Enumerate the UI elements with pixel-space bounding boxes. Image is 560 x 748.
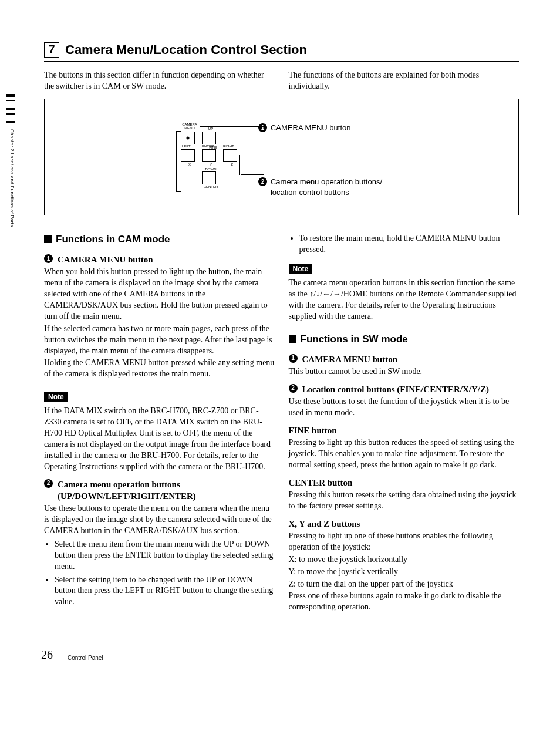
callout-1-icon: 1 xyxy=(258,123,267,132)
intro-right: The functions of the buttons are explain… xyxy=(289,70,519,92)
xyz-z: Z: to turn the dial on the upper part of… xyxy=(289,579,519,590)
page-title: 7 Camera Menu/Location Control Section xyxy=(44,41,519,59)
cam-item2-b3: To restore the main menu, hold the CAMER… xyxy=(299,233,519,255)
up-button-icon xyxy=(202,132,216,144)
cam-item1-p1: When you hold this button pressed to lig… xyxy=(44,267,275,322)
callout-2-icon: 2 xyxy=(258,177,267,186)
cam-item1-p3: Holding the CAMERA MENU button pressed w… xyxy=(44,358,275,380)
sw-item2-heading: 2 Location control buttons (FINE/CENTER/… xyxy=(289,383,519,395)
side-thumb-stripes xyxy=(6,94,15,123)
xyz-p2: Press one of these buttons again to make… xyxy=(289,591,519,613)
xyz-p1: Pressing to light up one of these button… xyxy=(289,531,519,553)
center-text: Pressing this button resets the setting … xyxy=(289,490,519,512)
note-label-2: Note xyxy=(289,264,313,274)
cam-item2-b1: Select the menu item from the main menu … xyxy=(55,539,275,572)
cam-mode-heading: Functions in CAM mode xyxy=(44,233,275,247)
sw-item1-p1: This button cannot be used in SW mode. xyxy=(289,366,519,378)
cam-item2-heading: 2 Camera menu operation buttons (UP/DOWN… xyxy=(44,479,275,503)
cam-note2-text: The camera menu operation buttons in thi… xyxy=(289,278,519,322)
callout-1-text: CAMERA MENU button xyxy=(271,123,351,133)
xyz-x: X: to move the joystick horizontally xyxy=(289,554,519,565)
footer-divider xyxy=(60,650,60,663)
cam-item2-bullets-cont: To restore the main menu, hold the CAMER… xyxy=(289,233,519,255)
sw-item2-p1: Use these buttons to set the function of… xyxy=(289,396,519,419)
panel-diagram: CAMERA MENU UP FINE LEFT X ENTER xyxy=(44,99,519,215)
callout-2-text: Camera menu operation buttons/ location … xyxy=(271,177,382,197)
camera-menu-button-icon xyxy=(181,132,195,144)
xyz-heading: X, Y and Z buttons xyxy=(289,518,519,530)
cam-item1-heading: 1 CAMERA MENU button xyxy=(44,254,275,265)
center-heading: CENTER button xyxy=(289,477,519,488)
enter-button-icon xyxy=(202,149,216,162)
fine-heading: FINE button xyxy=(289,424,519,436)
intro-left: The buttons in this section differ in fu… xyxy=(44,70,275,92)
side-chapter-tab: Chapter 2 Locations and Functions of Par… xyxy=(8,129,15,227)
xyz-y: Y: to move the joystick vertically xyxy=(289,567,519,578)
cam-item2-p1: Use these buttons to operate the menu on… xyxy=(44,503,275,537)
page-number: 26 xyxy=(41,647,53,663)
down-button-icon xyxy=(202,171,216,184)
intro-paragraphs: The buttons in this section differ in fu… xyxy=(44,70,519,93)
section-title-text: Camera Menu/Location Control Section xyxy=(65,41,307,59)
sw-item1-heading: 1 CAMERA MENU button xyxy=(289,353,519,365)
cam-item1-p2: If the selected camera has two or more m… xyxy=(44,324,275,357)
left-button-icon xyxy=(181,149,195,162)
button-panel-figure: CAMERA MENU UP FINE LEFT X ENTER xyxy=(181,123,241,190)
cam-note1-text: If the DATA MIX switch on the BRC-H700, … xyxy=(44,406,275,472)
section-number-box: 7 xyxy=(44,42,59,58)
page-footer: 26 Control Panel xyxy=(41,647,519,663)
section-header: 7 Camera Menu/Location Control Section xyxy=(44,41,519,62)
cam-item2-b2: Select the setting item to be changed wi… xyxy=(55,575,275,608)
cam-item2-bullets: Select the menu item from the main menu … xyxy=(44,539,275,608)
left-column: Functions in CAM mode 1 CAMERA MENU butt… xyxy=(44,233,275,614)
right-button-icon xyxy=(223,149,237,162)
right-column: To restore the main menu, hold the CAMER… xyxy=(289,233,519,614)
footer-section-name: Control Panel xyxy=(68,654,103,663)
sw-mode-heading: Functions in SW mode xyxy=(289,333,519,346)
diagram-callouts: 1 CAMERA MENU button 2 Camera menu opera… xyxy=(258,123,382,197)
fine-text: Pressing to light up this button reduces… xyxy=(289,437,519,471)
note-label-1: Note xyxy=(44,392,68,402)
